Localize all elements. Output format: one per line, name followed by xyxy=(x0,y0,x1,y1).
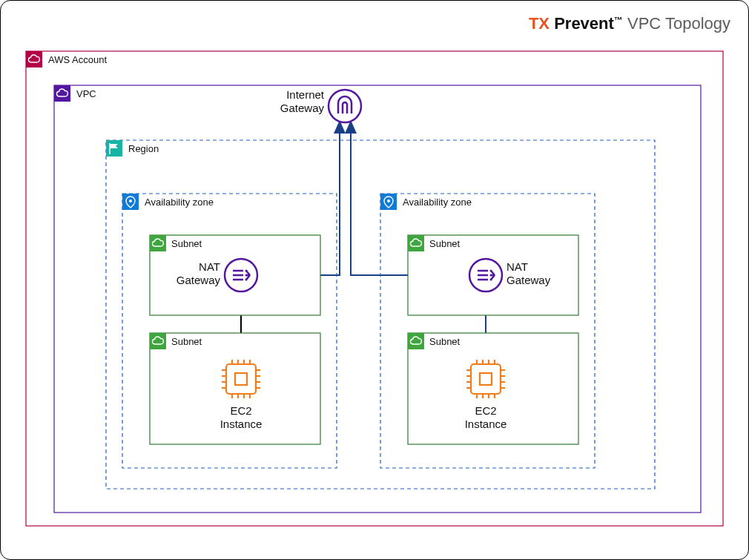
svg-point-10 xyxy=(129,200,132,202)
az2-nat-l2: Gateway xyxy=(507,274,551,286)
svg-point-45 xyxy=(387,200,390,202)
az2-ec2-l2: Instance xyxy=(465,418,507,430)
title-tm: ™ xyxy=(614,15,623,25)
title-prevent: Prevent xyxy=(554,14,614,33)
az2-ec2-l1: EC2 xyxy=(475,404,496,417)
az1-subnet-private: Subnet EC2 Instance xyxy=(150,333,320,444)
az1-label: Availability zone xyxy=(145,197,214,208)
title-tail: VPC Topology xyxy=(627,14,730,33)
az2-label: Availability zone xyxy=(403,197,472,208)
az1-nat-l1: NAT xyxy=(199,260,220,273)
nat-icon xyxy=(233,270,250,281)
az1-ec2-l2: Instance xyxy=(220,418,263,430)
vpc-label: VPC xyxy=(76,88,96,99)
az1-subnet1-label: Subnet xyxy=(171,238,202,249)
svg-point-4 xyxy=(329,90,361,122)
region-label: Region xyxy=(128,143,159,154)
az2-subnet-private: Subnet EC2 Instance xyxy=(408,333,578,444)
igw-label-2: Gateway xyxy=(280,102,325,114)
aws-account-label: AWS Account xyxy=(48,54,107,65)
az2-subnet1-label: Subnet xyxy=(429,238,461,249)
az2-subnet2-label: Subnet xyxy=(429,336,461,347)
az1-subnet2-label: Subnet xyxy=(171,336,202,347)
igw-label-1: Internet xyxy=(286,88,325,101)
az1-ec2-l1: EC2 xyxy=(230,404,251,417)
az2-subnet-public: Subnet NAT Gateway xyxy=(408,235,578,315)
vpc-topology-diagram: AWS Account VPC xyxy=(19,45,730,535)
az1-subnet-public: Subnet NAT G xyxy=(150,235,320,315)
page-title: TX Prevent™ VPC Topology xyxy=(19,14,730,33)
az1-nat-l2: Gateway xyxy=(176,274,221,286)
title-tx: TX xyxy=(529,14,550,33)
nat-icon xyxy=(478,270,495,281)
az2-nat-l1: NAT xyxy=(507,260,528,273)
